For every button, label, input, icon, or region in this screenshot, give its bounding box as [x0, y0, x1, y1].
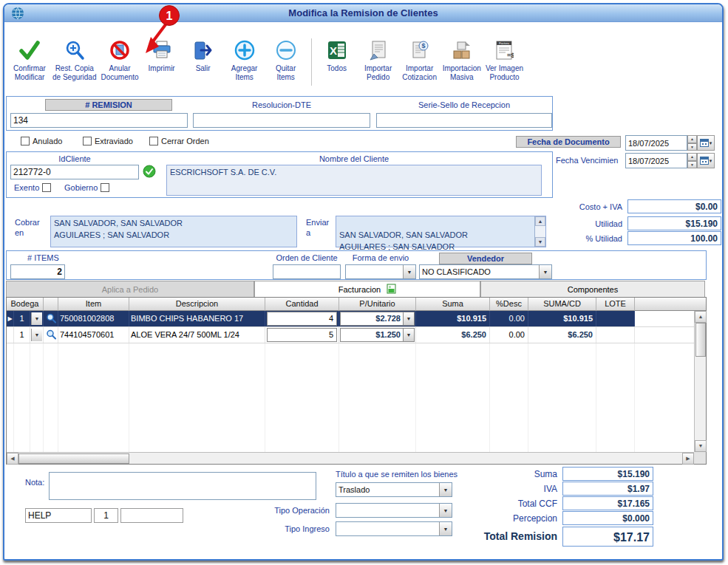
add-items-button[interactable]: AgregarItems [224, 37, 265, 83]
tab-aplica-a-pedido[interactable]: Aplica a Pedido [6, 281, 254, 297]
table-row-1[interactable]: ▶ 1 ▼ 750081002808 BIMBO CHIPS HABANERO … [7, 311, 694, 327]
calendar-button[interactable]: ▾ [697, 153, 715, 168]
anulado-checkbox[interactable]: Anulado [21, 137, 62, 145]
checkbox-box[interactable] [149, 137, 158, 145]
remove-items-button[interactable]: QuitarItems [265, 37, 307, 83]
suma-cell[interactable]: $10.915 [416, 311, 490, 326]
lote-cell[interactable] [596, 311, 635, 326]
enviar-a-scrollbar[interactable]: ▲▼ [534, 216, 545, 247]
scroll-up-icon[interactable]: ▲ [535, 216, 545, 226]
checkbox-box[interactable] [83, 137, 92, 145]
confirm-modify-button[interactable]: ConfirmarModificar [9, 37, 50, 83]
bodega-dropdown-button[interactable]: ▼ [30, 327, 44, 343]
scroll-down-icon[interactable]: ▼ [535, 237, 545, 247]
descripcion-cell[interactable]: BIMBO CHIPS HABANERO 17 [129, 311, 265, 326]
col-header-lote[interactable]: LOTE [596, 298, 635, 311]
item-search-icon[interactable] [44, 311, 58, 326]
col-header-suma[interactable]: Suma [416, 298, 490, 311]
calendar-button[interactable]: ▾ [697, 135, 715, 151]
pctdesc-cell[interactable]: 0.00 [490, 327, 528, 343]
scroll-right-icon[interactable]: ▶ [682, 453, 694, 465]
col-header-item[interactable]: Item [58, 298, 129, 311]
tipo-operacion-dropdown[interactable]: ▼ [336, 503, 452, 518]
punitario-cell[interactable]: $1.250▼ [339, 327, 416, 343]
lote-cell[interactable] [596, 327, 635, 343]
chevron-down-icon[interactable]: ▼ [404, 312, 415, 326]
todos-button[interactable]: X Todos [316, 37, 358, 75]
chevron-down-icon[interactable]: ▼ [404, 328, 415, 342]
forma-envio-dropdown[interactable]: ▼ [345, 264, 416, 279]
checkbox-box[interactable] [101, 183, 109, 192]
idcliente-input[interactable] [10, 165, 139, 179]
fecha-documento-control[interactable]: ▲▼ ▾ [625, 135, 715, 151]
col-header-punitario[interactable]: P/Unitario [339, 298, 416, 311]
chevron-down-icon[interactable]: ▼ [439, 504, 452, 517]
import-quote-button[interactable]: $ ImportarCotizacion [399, 37, 440, 83]
suma-cell[interactable]: $6.250 [416, 327, 490, 343]
mass-import-button[interactable]: ImportacionMasiva [440, 37, 483, 83]
date-spinner[interactable]: ▲▼ [687, 135, 697, 151]
fecha-vencimiento-control[interactable]: ▲▼ ▾ [625, 153, 715, 168]
chevron-down-icon[interactable]: ▼ [539, 265, 551, 278]
extra-input[interactable] [120, 508, 183, 523]
vertical-scrollbar[interactable]: ▲ ▼ [694, 311, 706, 452]
serie-input[interactable] [376, 113, 552, 128]
cantidad-cell[interactable]: 5 [265, 327, 339, 343]
scroll-up-icon[interactable]: ▲ [695, 311, 707, 323]
bodega-cell[interactable]: 1 [14, 327, 30, 343]
col-header-search[interactable] [44, 298, 58, 311]
remision-input[interactable] [10, 113, 188, 128]
enviar-a-box[interactable]: SAN SALVADOR, SAN SALVADOR AGUILARES ; S… [336, 216, 546, 247]
cerrar-orden-checkbox[interactable]: Cerrar Orden [149, 137, 209, 145]
titulo-remiten-dropdown[interactable]: Traslado ▼ [336, 482, 452, 497]
import-order-button[interactable]: ImportarPedido [358, 37, 399, 83]
scroll-down-icon[interactable]: ▼ [695, 440, 707, 452]
table-row-2[interactable]: 1 ▼ 744104570601 ALOE VERA 24/7 500ML 1/… [7, 327, 694, 343]
item-search-icon[interactable] [44, 327, 58, 343]
exento-checkbox[interactable]: Exento [14, 183, 51, 192]
fecha-documento-input[interactable] [625, 135, 687, 151]
col-header-bodega[interactable]: Bodega [7, 298, 44, 311]
scroll-left-icon[interactable]: ◀ [7, 453, 18, 465]
view-product-image-button[interactable]: Factura=$ Ver ImagenProducto [483, 37, 525, 83]
tipo-ingreso-dropdown[interactable]: ▼ [336, 521, 452, 536]
button-label: ConfirmarModificar [13, 64, 46, 81]
col-header-descripcion[interactable]: Descripcion [129, 298, 265, 311]
bodega-dropdown-button[interactable]: ▼ [30, 311, 44, 326]
bodega-cell[interactable]: 1 [14, 311, 30, 326]
horizontal-scrollbar[interactable]: ◀ ▶ [7, 452, 694, 464]
vscroll-thumb[interactable] [695, 323, 706, 357]
help-input[interactable] [25, 508, 92, 523]
checkbox-box[interactable] [21, 137, 30, 145]
tab-facturacion[interactable]: Facturacion [254, 281, 480, 297]
chevron-down-icon[interactable]: ▼ [403, 265, 415, 278]
date-spinner[interactable]: ▲▼ [687, 153, 697, 168]
cobrar-en-box[interactable]: SAN SALVADOR, SAN SALVADOR AGUILARES ; S… [50, 216, 297, 247]
pctdesc-cell[interactable]: 0.00 [490, 311, 528, 326]
fecha-vencimiento-input[interactable] [625, 153, 687, 168]
resolucion-input[interactable] [193, 113, 370, 128]
col-header-cantidad[interactable]: Cantidad [265, 298, 339, 311]
orden-cliente-input[interactable] [273, 264, 341, 279]
tab-componentes[interactable]: Componentes [480, 281, 705, 297]
sumacd-cell[interactable]: $6.250 [528, 327, 596, 343]
restore-backup-button[interactable]: Rest. Copiade Seguridad [50, 37, 99, 83]
hscroll-thumb[interactable] [18, 453, 129, 464]
nombre-cliente-box[interactable]: ESCRICHSOFT S.A. DE C.V. [166, 165, 542, 196]
cantidad-cell[interactable]: 4 [265, 311, 339, 326]
col-header-sumacd[interactable]: SUMA/CD [528, 298, 596, 311]
page-input[interactable] [94, 508, 118, 523]
sumacd-cell[interactable]: $10.915 [528, 311, 596, 326]
item-cell[interactable]: 750081002808 [58, 311, 129, 326]
nota-input[interactable] [49, 472, 316, 500]
vendedor-dropdown[interactable]: NO CLASIFICADO ▼ [419, 264, 552, 279]
cancel-document-button[interactable]: AnularDocumento [99, 37, 141, 83]
punitario-cell[interactable]: $2.728▼ [339, 311, 416, 326]
checkbox-box[interactable] [42, 183, 51, 192]
item-cell[interactable]: 744104570601 [58, 327, 129, 343]
col-header-pctdesc[interactable]: %Desc [490, 298, 528, 311]
chevron-down-icon[interactable]: ▼ [439, 483, 452, 496]
gobierno-checkbox[interactable]: Gobierno [64, 183, 109, 192]
extraviado-checkbox[interactable]: Extraviado [83, 137, 133, 145]
descripcion-cell[interactable]: ALOE VERA 24/7 500ML 1/24 [129, 327, 265, 343]
